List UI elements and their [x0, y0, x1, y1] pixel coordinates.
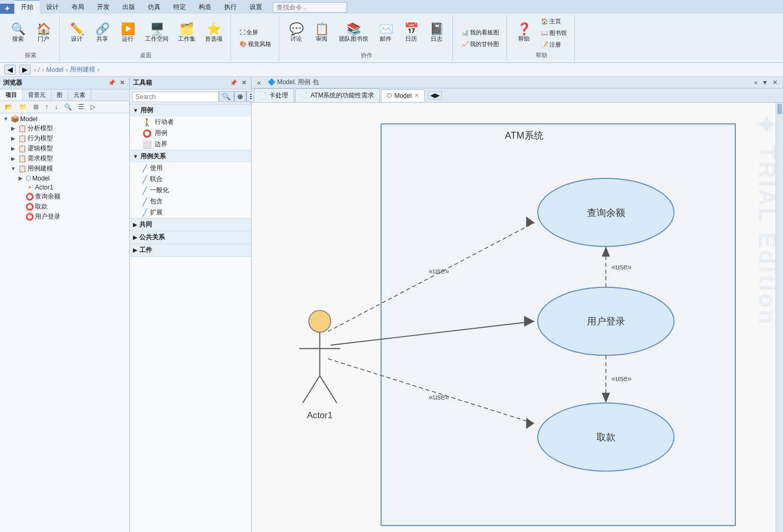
- view-items: ⛶ 全屏 🎨 视觉风格: [236, 16, 274, 60]
- tree-toggle-req[interactable]: ▶: [10, 156, 17, 161]
- tree-item-uc-model[interactable]: ▶ ⬡ Model: [0, 174, 129, 183]
- tree-item-usecase[interactable]: ▼ 📋 用例建模: [0, 164, 129, 174]
- toolbox-item-include[interactable]: ╱ 包含: [130, 196, 251, 207]
- tree-toggle-analysis[interactable]: ▶: [10, 125, 17, 131]
- tree-toggle-usecase[interactable]: ▼: [10, 166, 17, 172]
- toolbox-close-button[interactable]: ✕: [240, 79, 248, 87]
- mail-button[interactable]: ✉️ 邮件: [374, 22, 397, 44]
- tab-dev[interactable]: 开发: [91, 1, 116, 14]
- design-button[interactable]: ✏️ 设计: [65, 22, 88, 44]
- tree-item-query[interactable]: ⭕ 查询余额: [0, 192, 129, 202]
- tree-toggle-logic[interactable]: ▶: [10, 146, 17, 151]
- run-button[interactable]: ▶️ 运行: [116, 22, 139, 44]
- toolbox-section-tool-header[interactable]: ▶ 工件: [130, 244, 251, 256]
- toolbox-search-input[interactable]: [132, 92, 219, 102]
- tab-sim[interactable]: 仿真: [141, 1, 167, 14]
- tab-layout[interactable]: 布局: [65, 1, 91, 14]
- toolbox-item-generalize[interactable]: ╱ 一般化: [130, 185, 251, 196]
- share-button[interactable]: 🔗 共享: [91, 22, 114, 44]
- tree-item-requirement[interactable]: ▶ 📋 需求模型: [0, 154, 129, 164]
- toolbox-search-plus-button[interactable]: ⊕: [234, 91, 246, 102]
- toolbar-search-button[interactable]: 🔍: [61, 102, 75, 112]
- home-button[interactable]: 🏠 主页: [538, 16, 570, 27]
- toolbar-menu-button[interactable]: ☰: [76, 102, 87, 112]
- breadcrumb-usecase[interactable]: 用例建模: [70, 65, 95, 74]
- forward-button[interactable]: ▶: [19, 65, 31, 75]
- calendar-label: 日历: [405, 35, 417, 43]
- toolbox-item-usecase[interactable]: ⭕ 用例: [130, 128, 251, 139]
- back-button[interactable]: ◀: [4, 65, 16, 75]
- tree-item-analysis[interactable]: ▶ 📋 分析模型: [0, 123, 129, 133]
- diagram-nav-arrows[interactable]: ◀ ▶: [428, 91, 442, 100]
- tab-specific[interactable]: 特定: [167, 1, 192, 14]
- toolbox-section-rel-header[interactable]: ▼ 用例关系: [130, 150, 251, 163]
- toolbox-item-extend[interactable]: ╱ 扩展: [130, 207, 251, 218]
- tree-item-login[interactable]: ⭕ 用户登录: [0, 212, 129, 222]
- toolbox-item-actor[interactable]: 🚶 行动者: [130, 116, 251, 128]
- tab-settings[interactable]: 设置: [243, 1, 269, 14]
- discuss-button[interactable]: 💬 讨论: [284, 22, 308, 44]
- tree-item-model[interactable]: ▼ 📦 Model: [0, 114, 129, 123]
- help-button[interactable]: ❓ 帮助: [512, 22, 536, 44]
- tree-toggle-uc-model[interactable]: ▶: [17, 175, 24, 181]
- breadcrumb-model[interactable]: Model: [46, 66, 64, 74]
- diagram-panel-close[interactable]: ✕: [770, 79, 780, 86]
- portal-button[interactable]: 🏠 门户: [32, 22, 55, 44]
- toolbox-item-assoc[interactable]: ╱ 联合: [130, 174, 251, 185]
- workset-button[interactable]: 🗂️ 工作集: [174, 22, 199, 44]
- review-button[interactable]: 📋 审阅: [310, 22, 333, 44]
- tree-toggle-behavior[interactable]: ▶: [10, 136, 17, 141]
- calendar-button[interactable]: 📅 日历: [399, 22, 423, 44]
- diagram-nav-down[interactable]: ▼: [760, 79, 770, 86]
- fullscreen-button[interactable]: ⛶ 全屏: [236, 27, 274, 38]
- tree-item-withdraw[interactable]: ⭕ 取款: [0, 202, 129, 212]
- ribbon-search-input[interactable]: [273, 2, 347, 13]
- tab-construct[interactable]: 构造: [192, 1, 218, 14]
- toolbox-panel: 工具箱 📌 ✕ 🔍 ⊕ ☰ ▼ 用例 🚶 行动者: [130, 77, 252, 532]
- toolbar-down-button[interactable]: ↓: [52, 102, 60, 112]
- browser-pin-button[interactable]: 📌: [106, 79, 117, 87]
- tree-item-behavior[interactable]: ▶ 📋 行为模型: [0, 133, 129, 143]
- toolbox-search-button[interactable]: 🔍: [219, 91, 234, 102]
- browser-tab-diagram[interactable]: 图: [51, 89, 68, 101]
- tree-toggle-model[interactable]: ▼: [2, 116, 10, 122]
- diagram-nav-left[interactable]: «: [255, 78, 263, 87]
- gantt-button[interactable]: 📈 我的甘特图: [458, 39, 502, 50]
- search-button[interactable]: 🔍 搜索: [6, 22, 30, 44]
- diagram-vscroll[interactable]: [776, 103, 783, 532]
- toolbox-section-pub-rel-header[interactable]: ▶ 公共关系: [130, 231, 251, 244]
- browser-tab-bg[interactable]: 背景元: [23, 89, 51, 101]
- kanban-button[interactable]: 📊 我的看板图: [458, 27, 502, 38]
- tab-publish[interactable]: 出版: [116, 1, 141, 14]
- visual-style-button[interactable]: 🎨 视觉风格: [236, 39, 274, 50]
- tab-model-close[interactable]: ✕: [414, 92, 419, 99]
- toolbox-item-use[interactable]: ╱ 使用: [130, 163, 251, 174]
- toolbar-up-button[interactable]: ↑: [42, 102, 51, 112]
- preference-button[interactable]: ⭐ 首选项: [201, 22, 226, 44]
- toolbox-section-usecase-header[interactable]: ▼ 用例: [130, 104, 251, 116]
- app-icon[interactable]: ✦: [0, 4, 14, 14]
- team-lib-button[interactable]: 📚 团队图书馆: [335, 22, 372, 44]
- diagram-tab-atm[interactable]: 📄 ATM系统的功能性需求: [295, 88, 380, 102]
- register-button[interactable]: 📝 注册: [538, 39, 570, 50]
- tab-start[interactable]: 开始: [14, 0, 40, 14]
- toolbox-pin-button[interactable]: 📌: [228, 79, 239, 87]
- tab-execute[interactable]: 执行: [218, 1, 243, 14]
- tree-item-actor1[interactable]: 🔸 Actor1: [0, 183, 129, 192]
- diagram-nav-right[interactable]: «: [752, 79, 760, 86]
- workspace-button[interactable]: 🖥️ 工作空间: [141, 22, 172, 44]
- toolbox-item-boundary[interactable]: ⬜ 边界: [130, 139, 251, 150]
- tab-design[interactable]: 设计: [40, 1, 65, 14]
- library-button[interactable]: 📖 图书馆: [538, 28, 570, 39]
- diagram-path-icon[interactable]: 🔷: [268, 78, 275, 86]
- diagram-tab-card[interactable]: 📄 卡处理: [254, 88, 294, 102]
- browser-tab-project[interactable]: 项目: [0, 89, 23, 101]
- tree-item-logic[interactable]: ▶ 📋 逻辑模型: [0, 143, 129, 154]
- browser-close-button[interactable]: ✕: [118, 79, 126, 87]
- diagram-area[interactable]: ATM系统 Actor1 查询余额 用户登录: [252, 103, 783, 532]
- toolbox-section-common-header[interactable]: ▶ 共同: [130, 219, 251, 231]
- diagram-tab-model[interactable]: ⬡ Model ✕: [381, 89, 425, 102]
- journal-button[interactable]: 📓 日志: [425, 22, 448, 44]
- browser-tab-element[interactable]: 元素: [68, 89, 91, 101]
- toolbar-arrow-button[interactable]: ▷: [88, 102, 98, 112]
